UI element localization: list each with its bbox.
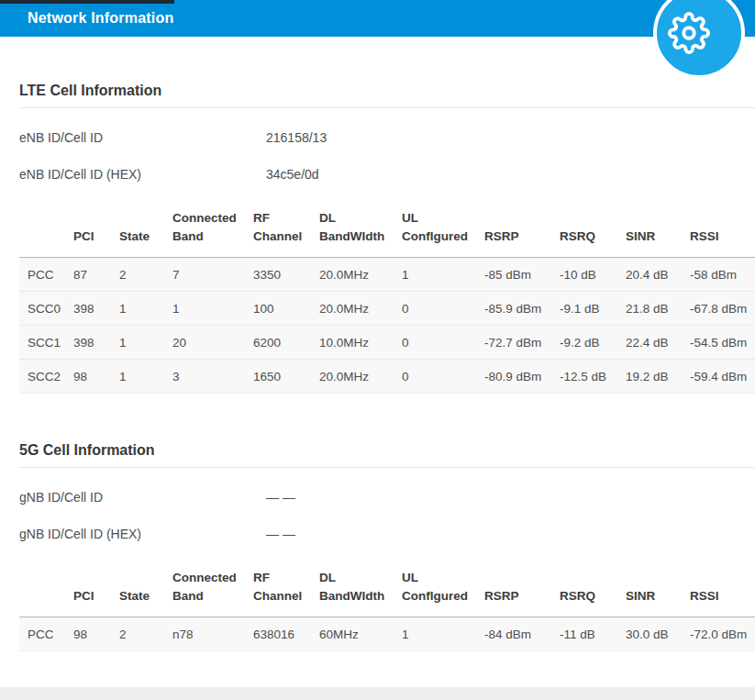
- column-header: ULConfIgured: [402, 209, 484, 258]
- column-header: RSSI: [690, 209, 755, 258]
- cell: 21.8 dB: [626, 292, 690, 326]
- cell: -54.5 dBm: [690, 326, 755, 360]
- field-label: eNB ID/Cell ID (HEX): [19, 167, 266, 182]
- field-label: gNB ID/Cell ID: [19, 490, 266, 505]
- column-header: RSSI: [690, 569, 755, 617]
- cell: 1: [119, 360, 172, 394]
- field-label: eNB ID/Cell ID: [19, 130, 266, 145]
- field-value: — —: [266, 527, 295, 541]
- cell: 2: [119, 258, 172, 292]
- cell: 10.0MHz: [319, 326, 402, 360]
- cell: 1: [119, 292, 172, 326]
- cell: 30.0 dB: [626, 617, 690, 651]
- cell: 6200: [253, 326, 319, 360]
- cell: -9.2 dB: [560, 326, 626, 360]
- table-row: SCC1398120620010.0MHz0-72.7 dBm-9.2 dB22…: [19, 326, 755, 360]
- page-title: Network Information: [28, 10, 173, 27]
- cell: 19.2 dB: [626, 360, 690, 394]
- column-header: RSRP: [484, 209, 560, 258]
- field-row-enb-id: eNB ID/Cell ID 216158/13: [19, 119, 755, 156]
- main-content: LTE Cell Information eNB ID/Cell ID 2161…: [0, 82, 755, 651]
- cell: 100: [253, 292, 319, 326]
- field-label: gNB ID/Cell ID (HEX): [19, 527, 266, 541]
- cell: 20.0MHz: [319, 360, 402, 394]
- column-header: State: [119, 209, 172, 258]
- row-label: PCC: [19, 617, 73, 651]
- row-label: SCC1: [19, 326, 73, 360]
- cell: 2: [119, 617, 172, 651]
- nr5g-section: 5G Cell Information gNB ID/Cell ID — — g…: [19, 441, 755, 651]
- column-header: State: [119, 569, 172, 617]
- field-value: — —: [266, 490, 295, 505]
- cell: 0: [402, 326, 484, 360]
- top-dark-strip: [0, 0, 174, 4]
- cell: -85.9 dBm: [484, 292, 560, 326]
- column-header: ConnectedBand: [172, 569, 253, 617]
- cell: 87: [73, 258, 119, 292]
- column-header: RFChannel: [253, 569, 319, 617]
- cell: 1: [402, 617, 484, 651]
- section-divider: [19, 467, 755, 468]
- lte-section-title: LTE Cell Information: [19, 82, 755, 99]
- cell: 1: [119, 326, 172, 360]
- cell: -72.0 dBm: [690, 617, 755, 651]
- cell: -9.1 dB: [560, 292, 626, 326]
- field-value: 216158/13: [266, 130, 327, 145]
- column-header: RSRQ: [560, 569, 626, 617]
- column-header: RSRP: [484, 569, 560, 617]
- lte-section: LTE Cell Information eNB ID/Cell ID 2161…: [19, 82, 755, 394]
- column-header: ULConfIgured: [402, 569, 484, 617]
- cell: 1: [172, 292, 253, 326]
- cell: 20.4 dB: [626, 258, 690, 292]
- cell: 3: [172, 360, 253, 394]
- lte-fields: eNB ID/Cell ID 216158/13 eNB ID/Cell ID …: [19, 119, 755, 193]
- table-row: SCC29813165020.0MHz0-80.9 dBm-12.5 dB19.…: [19, 360, 755, 394]
- table-row: PCC8727335020.0MHz1-85 dBm-10 dB20.4 dB-…: [19, 258, 755, 292]
- column-header: [19, 209, 73, 258]
- column-header: ConnectedBand: [172, 209, 253, 258]
- cell: 60MHz: [319, 617, 402, 651]
- column-header: SINR: [626, 569, 690, 617]
- column-header: [19, 569, 73, 617]
- cell: -85 dBm: [484, 258, 560, 292]
- cell: 0: [402, 292, 484, 326]
- cell: 398: [73, 292, 119, 326]
- header-bar: Network Information: [0, 0, 755, 37]
- cell: -84 dBm: [484, 617, 560, 651]
- cell: 98: [73, 360, 119, 394]
- cell: -72.7 dBm: [484, 326, 560, 360]
- cell: 398: [73, 326, 119, 360]
- field-row-enb-id-hex: eNB ID/Cell ID (HEX) 34c5e/0d: [19, 156, 755, 193]
- row-label: SCC0: [19, 292, 73, 326]
- cell: 638016: [253, 617, 319, 651]
- cell: 20.0MHz: [319, 258, 402, 292]
- row-label: PCC: [19, 258, 73, 292]
- column-header: RSRQ: [560, 209, 626, 258]
- nr5g-cell-table: PCIStateConnectedBandRFChannelDLBandWIdt…: [19, 569, 755, 651]
- cell: 1: [402, 258, 484, 292]
- cell: -10 dB: [560, 258, 626, 292]
- cell: 22.4 dB: [626, 326, 690, 360]
- cell: 1650: [253, 360, 319, 394]
- field-row-gnb-id-hex: gNB ID/Cell ID (HEX) — —: [19, 516, 755, 552]
- column-header: PCI: [73, 209, 119, 258]
- cell: -58 dBm: [690, 258, 755, 292]
- footer-strip: [0, 687, 755, 700]
- column-header: PCI: [73, 569, 119, 617]
- cell: n78: [172, 617, 253, 651]
- cell: -67.8 dBm: [690, 292, 755, 326]
- table-header-row: PCIStateConnectedBandRFChannelDLBandWIdt…: [19, 209, 755, 258]
- table-row: PCC982n7863801660MHz1-84 dBm-11 dB30.0 d…: [19, 617, 755, 651]
- cell: -12.5 dB: [560, 360, 626, 394]
- table-header-row: PCIStateConnectedBandRFChannelDLBandWIdt…: [19, 569, 755, 617]
- column-header: SINR: [626, 209, 690, 258]
- cell: -80.9 dBm: [484, 360, 560, 394]
- table-row: SCC03981110020.0MHz0-85.9 dBm-9.1 dB21.8…: [19, 292, 755, 326]
- cell: 0: [402, 360, 484, 394]
- cell: 20.0MHz: [319, 292, 402, 326]
- cell: 20: [172, 326, 253, 360]
- lte-cell-table: PCIStateConnectedBandRFChannelDLBandWIdt…: [19, 209, 755, 394]
- nr5g-fields: gNB ID/Cell ID — — gNB ID/Cell ID (HEX) …: [19, 479, 755, 552]
- settings-button[interactable]: [653, 0, 745, 79]
- column-header: DLBandWIdth: [319, 209, 402, 258]
